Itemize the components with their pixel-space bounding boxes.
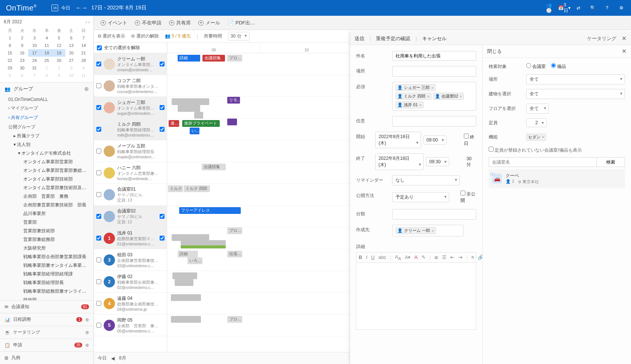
minical-day[interactable]: 10 — [65, 72, 78, 79]
minical-day[interactable]: 19 — [53, 49, 65, 57]
minical-day[interactable]: 23 — [16, 57, 29, 64]
event-button[interactable]: +イベント — [98, 18, 130, 28]
indent-icon[interactable]: ⇤ — [450, 254, 454, 260]
remove-chip-icon[interactable]: × — [419, 103, 421, 107]
allday-checkbox[interactable] — [464, 134, 469, 138]
minical-day[interactable]: 12 — [53, 42, 65, 49]
person-checkbox[interactable] — [96, 279, 101, 284]
event-block[interactable]: 詳細 — [178, 55, 200, 62]
end-time-select[interactable]: 09:30 — [426, 157, 449, 166]
side-row[interactable]: 📊日程調整1⊕ — [0, 313, 94, 326]
minical-day[interactable]: 29 — [4, 64, 16, 72]
minical-day[interactable]: 4 — [41, 34, 53, 42]
event-block[interactable]: 出張… — [227, 251, 242, 257]
minical-day[interactable]: 24 — [28, 57, 41, 64]
person-flag-checkbox[interactable] — [160, 236, 165, 241]
person-row[interactable]: 会議室02ヤマノ26ビル定員: 12 — [94, 206, 167, 227]
person-checkbox[interactable] — [96, 127, 101, 132]
person-checkbox[interactable] — [96, 170, 101, 175]
event-block[interactable] — [227, 119, 237, 125]
font-icon[interactable]: AA — [395, 254, 401, 261]
start-time-select[interactable]: 09:00 — [423, 135, 447, 144]
groups-header[interactable]: 👥 グループ ⊕ — [0, 83, 94, 95]
event-block[interactable] — [181, 245, 226, 248]
add-icon[interactable]: ⊕ — [85, 317, 89, 322]
people-header[interactable]: 全ての選択を解除 — [94, 43, 167, 53]
person-row[interactable]: ハニー 六郎オンタイム営業部兼…honey@ontimede… — [94, 162, 167, 184]
absence-button[interactable]: +不在申請 — [132, 18, 165, 28]
link-icon[interactable]: 🔗 — [478, 254, 483, 260]
event-block[interactable]: リモ… — [227, 97, 240, 104]
tree-item[interactable]: 戦略事業部企画部兼営業部課長 — [3, 253, 91, 261]
created-input[interactable]: 👤 クリーム 一郎 × — [392, 225, 463, 236]
fontcolor-icon[interactable]: A — [414, 254, 418, 260]
person-checkbox[interactable] — [96, 236, 101, 241]
person-flag-checkbox[interactable] — [160, 62, 165, 66]
list-ul-icon[interactable]: ≣ — [434, 254, 438, 260]
event-block[interactable]: プロ… — [227, 227, 242, 234]
remove-chip-icon[interactable]: × — [431, 86, 433, 90]
rte-editor[interactable] — [356, 262, 476, 330]
highlight-icon[interactable]: ✎ — [421, 254, 426, 260]
strikethrough-icon[interactable]: abc — [378, 254, 386, 260]
event-block[interactable]: プロ… — [227, 316, 242, 323]
today-button[interactable]: 今日 — [98, 355, 107, 361]
person-checkbox[interactable] — [96, 301, 101, 306]
person-flag-checkbox[interactable] — [160, 105, 165, 110]
view-days-selector[interactable]: 📅 3日 ▾ — [560, 4, 568, 12]
person-row[interactable]: メープル 五郎戦略事業部経理部長maple@ontimedem… — [94, 140, 167, 162]
minical-day[interactable]: 8 — [41, 72, 53, 79]
minical-day[interactable]: 2 — [16, 34, 29, 42]
target-room-radio[interactable]: 会議室 — [526, 64, 546, 69]
share-button[interactable]: +共有席 — [166, 18, 194, 28]
search-button[interactable]: 検索 — [596, 157, 625, 167]
optional-input[interactable] — [392, 116, 476, 126]
attendee-chip[interactable]: 👤 シュガー 三郎 × — [396, 84, 436, 91]
show-selection-button[interactable]: ⊖ 選択を表示 — [98, 33, 125, 39]
minical-day[interactable]: 6 — [65, 34, 78, 42]
catering-close-icon[interactable]: ✕ — [622, 48, 626, 55]
minical-day[interactable]: 26 — [53, 57, 65, 64]
side-row[interactable]: 📋申請25⊕ — [0, 338, 94, 351]
tree-item[interactable]: オンタイム事業部営業部兼総務… — [3, 166, 91, 175]
shared-group[interactable]: › 共有グループ — [0, 113, 94, 122]
start-date-select[interactable]: 2022年8月18日 (木) — [375, 132, 421, 148]
person-row[interactable]: 4遠藤 04総務部兼企画部兼技…04@ontimems.jp — [94, 293, 167, 314]
tree-item[interactable]: 営業部兼総務部 — [3, 235, 91, 244]
tree-item[interactable]: 営業部兼技術部 — [3, 227, 91, 235]
person-checkbox[interactable] — [96, 83, 101, 88]
minical-day[interactable]: 11 — [41, 42, 53, 49]
minical-day[interactable]: 14 — [77, 42, 90, 49]
minical-day[interactable]: 27 — [65, 57, 78, 64]
reminder-select[interactable]: なし — [392, 175, 460, 185]
minical-day[interactable]: 1 — [4, 34, 16, 42]
fontsize-icon[interactable]: A▾ — [405, 254, 411, 260]
add-group-icon[interactable]: ⊕ — [84, 86, 89, 92]
floor-select[interactable]: 全て — [526, 104, 549, 114]
catering-close-button[interactable]: 閉じる — [487, 48, 502, 55]
rte-toolbar[interactable]: B I U abc | AA A▾ A ✎ | ≣ — [356, 252, 476, 262]
settings-sliders-icon[interactable]: ⇄ — [575, 4, 582, 12]
person-checkbox[interactable] — [96, 257, 101, 262]
mini-calendar[interactable]: 8月 2022 ‹ › 月火水木金土日123456789101112131415… — [0, 16, 94, 82]
capacity-stepper[interactable]: 2 — [526, 118, 546, 127]
next-arrow-icon[interactable]: → — [82, 5, 88, 11]
event-block[interactable]: フリーアドレス — [179, 207, 241, 214]
minical-day[interactable]: 31 — [28, 64, 41, 72]
person-row[interactable]: 会議室01ヤマノ26ビル定員: 13 — [94, 184, 167, 206]
underline-icon[interactable]: U — [371, 254, 374, 260]
minical-day[interactable]: 9 — [16, 42, 29, 49]
tree-item[interactable]: 企画部 営業部 兼務 — [3, 192, 91, 201]
align-icon[interactable]: ≡ — [471, 254, 474, 260]
minical-day[interactable]: 17 — [28, 49, 41, 57]
event-block[interactable]: いろ… — [187, 257, 202, 264]
minical-day[interactable]: 9 — [53, 72, 65, 79]
tree-item[interactable]: 品川事業所 — [3, 209, 91, 218]
duration-select[interactable]: 30 分 — [228, 32, 249, 41]
location-input[interactable] — [392, 66, 476, 77]
minical-day[interactable]: 5 — [53, 34, 65, 42]
person-row[interactable]: シュガー 三郎オンタイム事業部営…sugar@ontimedem… — [94, 97, 167, 119]
cancel-button[interactable]: キャンセル — [422, 35, 447, 42]
minical-day[interactable]: 21 — [77, 49, 90, 57]
side-row[interactable]: ⊞凡例 — [0, 351, 94, 364]
